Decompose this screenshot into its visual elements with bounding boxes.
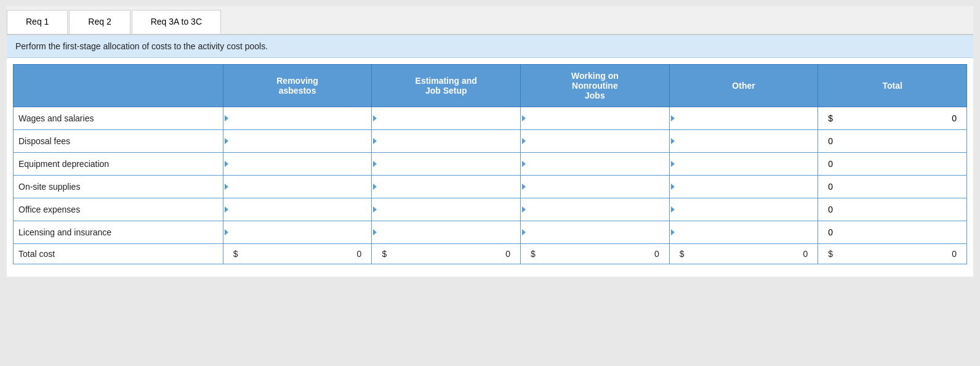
input-wages_salaries-removing_asbestos[interactable] <box>223 110 372 127</box>
table-row: Office expenses0 <box>14 198 967 221</box>
total-cell-removing: $0 <box>223 244 372 264</box>
triangle-indicator-icon <box>522 115 526 121</box>
cell-disposal_fees-estimating_job_setup[interactable] <box>372 130 521 153</box>
col-header-other: Other <box>669 65 818 107</box>
cell-onsite_supplies-removing_asbestos[interactable] <box>223 176 372 198</box>
row-label-onsite_supplies: On-site supplies <box>14 176 223 198</box>
triangle-indicator-icon <box>671 184 675 190</box>
cell-disposal_fees-working_nonroutine[interactable] <box>521 130 670 153</box>
input-licensing_insurance-other[interactable] <box>670 224 818 241</box>
table-row: Wages and salaries$0 <box>14 107 967 130</box>
cell-wages_salaries-working_nonroutine[interactable] <box>521 107 670 130</box>
col-header-label <box>14 65 223 107</box>
triangle-indicator-icon <box>522 229 526 235</box>
row-label-equipment_depreciation: Equipment depreciation <box>14 153 223 176</box>
cell-office_expenses-estimating_job_setup[interactable] <box>372 198 521 221</box>
cell-onsite_supplies-estimating_job_setup[interactable] <box>372 176 521 198</box>
triangle-indicator-icon <box>225 206 228 213</box>
row-label-disposal_fees: Disposal fees <box>14 130 223 153</box>
total-cost-label: Total cost <box>14 244 223 264</box>
input-onsite_supplies-other[interactable] <box>670 178 818 195</box>
input-disposal_fees-other[interactable] <box>670 132 818 150</box>
triangle-indicator-icon <box>225 184 228 190</box>
input-equipment_depreciation-working_nonroutine[interactable] <box>521 155 669 173</box>
cell-office_expenses-working_nonroutine[interactable] <box>521 198 670 221</box>
input-office_expenses-working_nonroutine[interactable] <box>521 201 669 218</box>
tab-req3a3c[interactable]: Req 3A to 3C <box>132 10 221 34</box>
input-disposal_fees-removing_asbestos[interactable] <box>223 132 372 150</box>
instruction-bar: Perform the first-stage allocation of co… <box>7 35 973 58</box>
cell-office_expenses-removing_asbestos[interactable] <box>223 198 372 221</box>
tab-req1[interactable]: Req 1 <box>7 10 68 34</box>
cell-equipment_depreciation-estimating_job_setup[interactable] <box>372 153 521 176</box>
input-office_expenses-removing_asbestos[interactable] <box>223 201 372 218</box>
triangle-indicator-icon <box>225 161 228 167</box>
input-office_expenses-other[interactable] <box>670 201 818 218</box>
cell-disposal_fees-removing_asbestos[interactable] <box>223 130 372 153</box>
triangle-indicator-icon <box>671 229 675 235</box>
cell-licensing_insurance-removing_asbestos[interactable] <box>223 221 372 244</box>
input-wages_salaries-other[interactable] <box>670 110 818 127</box>
triangle-indicator-icon <box>373 161 377 167</box>
cell-office_expenses-other[interactable] <box>669 198 818 221</box>
input-licensing_insurance-working_nonroutine[interactable] <box>521 224 669 241</box>
table-row: On-site supplies0 <box>14 176 967 198</box>
input-disposal_fees-working_nonroutine[interactable] <box>521 132 669 150</box>
cell-wages_salaries-estimating_job_setup[interactable] <box>372 107 521 130</box>
cell-onsite_supplies-working_nonroutine[interactable] <box>521 176 670 198</box>
total-value: 0 <box>952 113 957 123</box>
cell-disposal_fees-other[interactable] <box>669 130 818 153</box>
grand-total-amount: 0 <box>952 249 957 259</box>
row-label-office_expenses: Office expenses <box>14 198 223 221</box>
input-licensing_insurance-estimating_job_setup[interactable] <box>372 224 520 241</box>
page-container: Req 1 Req 2 Req 3A to 3C Perform the fir… <box>7 6 973 277</box>
input-equipment_depreciation-estimating_job_setup[interactable] <box>372 155 520 173</box>
input-licensing_insurance-removing_asbestos[interactable] <box>223 224 372 241</box>
amount-value: 0 <box>505 249 510 259</box>
tab-req2[interactable]: Req 2 <box>69 10 130 34</box>
row-label-licensing_insurance: Licensing and insurance <box>14 221 223 244</box>
cell-wages_salaries-removing_asbestos[interactable] <box>223 107 372 130</box>
col-header-removing-asbestos: Removing asbestos <box>223 65 372 107</box>
input-equipment_depreciation-removing_asbestos[interactable] <box>223 155 372 173</box>
cell-licensing_insurance-working_nonroutine[interactable] <box>521 221 670 244</box>
table-row: Disposal fees0 <box>14 130 967 153</box>
dollar-sign: $ <box>680 249 685 259</box>
input-onsite_supplies-working_nonroutine[interactable] <box>521 178 669 195</box>
triangle-indicator-icon <box>225 138 228 144</box>
input-wages_salaries-working_nonroutine[interactable] <box>521 110 669 127</box>
triangle-indicator-icon <box>522 161 526 167</box>
cell-wages_salaries-other[interactable] <box>669 107 818 130</box>
cell-equipment_depreciation-removing_asbestos[interactable] <box>223 153 372 176</box>
amount-value: 0 <box>357 249 362 259</box>
row-label-wages_salaries: Wages and salaries <box>14 107 223 130</box>
input-equipment_depreciation-other[interactable] <box>670 155 818 173</box>
cell-onsite_supplies-other[interactable] <box>669 176 818 198</box>
cell-equipment_depreciation-other[interactable] <box>669 153 818 176</box>
table-row: Equipment depreciation0 <box>14 153 967 176</box>
triangle-indicator-icon <box>225 229 228 235</box>
input-onsite_supplies-removing_asbestos[interactable] <box>223 178 372 195</box>
triangle-indicator-icon <box>373 184 377 190</box>
cell-equipment_depreciation-working_nonroutine[interactable] <box>521 153 670 176</box>
input-office_expenses-estimating_job_setup[interactable] <box>372 201 520 218</box>
triangle-indicator-icon <box>373 206 377 213</box>
total-cell-estimating: $0 <box>372 244 521 264</box>
triangle-indicator-icon <box>522 206 526 213</box>
triangle-indicator-icon <box>671 206 675 213</box>
table-section: Removing asbestos Estimating and Job Set… <box>7 58 973 277</box>
input-disposal_fees-estimating_job_setup[interactable] <box>372 132 520 150</box>
triangle-indicator-icon <box>522 138 526 144</box>
allocation-table: Removing asbestos Estimating and Job Set… <box>13 64 967 264</box>
triangle-indicator-icon <box>373 115 377 121</box>
cell-total-onsite_supplies: 0 <box>818 176 967 198</box>
cell-licensing_insurance-other[interactable] <box>669 221 818 244</box>
table-row: Licensing and insurance0 <box>14 221 967 244</box>
input-onsite_supplies-estimating_job_setup[interactable] <box>372 178 520 195</box>
total-cost-row: Total cost$0$0$0$0$0 <box>14 244 967 264</box>
cell-total-disposal_fees: 0 <box>818 130 967 153</box>
input-wages_salaries-estimating_job_setup[interactable] <box>372 110 520 127</box>
total-value: 0 <box>828 159 833 169</box>
cell-licensing_insurance-estimating_job_setup[interactable] <box>372 221 521 244</box>
dollar-sign: $ <box>531 249 536 259</box>
